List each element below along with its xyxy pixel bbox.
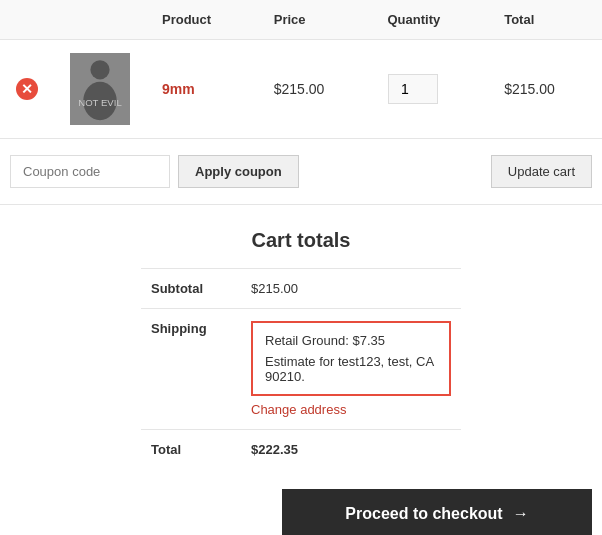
subtotal-value: $215.00 — [241, 269, 461, 309]
remove-cell: ✕ — [0, 40, 54, 139]
shipping-box: Retail Ground: $7.35 Estimate for test12… — [251, 321, 451, 396]
product-thumbnail: NOT EVIL — [70, 54, 130, 124]
remove-item-button[interactable]: ✕ — [16, 78, 38, 100]
shipping-value-cell: Retail Ground: $7.35 Estimate for test12… — [241, 309, 461, 430]
svg-point-1 — [90, 60, 109, 79]
shipping-label: Shipping — [141, 309, 241, 430]
total-value: $222.35 — [241, 430, 461, 470]
col-header-price: Price — [258, 0, 372, 40]
price-cell: $215.00 — [258, 40, 372, 139]
cart-totals-title: Cart totals — [141, 229, 461, 252]
coupon-row: Apply coupon Update cart — [0, 139, 602, 205]
shipping-row: Shipping Retail Ground: $7.35 Estimate f… — [141, 309, 461, 430]
col-header-total: Total — [488, 0, 602, 40]
table-row: ✕ NOT EVIL 9mm $215.00 $215.00 — [0, 40, 602, 139]
subtotal-row: Subtotal $215.00 — [141, 269, 461, 309]
quantity-input[interactable] — [388, 74, 438, 104]
total-label: Total — [141, 430, 241, 470]
cart-totals-wrapper: Cart totals Subtotal $215.00 Shipping Re… — [0, 205, 602, 469]
total-row: Total $222.35 — [141, 430, 461, 470]
shipping-line-1: Retail Ground: $7.35 — [265, 333, 437, 348]
checkout-button-wrapper: Proceed to checkout → — [0, 469, 602, 535]
svg-text:NOT EVIL: NOT EVIL — [78, 97, 122, 108]
coupon-input[interactable] — [10, 155, 170, 188]
checkout-arrow: → — [513, 505, 529, 523]
thumbnail-cell: NOT EVIL — [54, 40, 146, 139]
coupon-left: Apply coupon — [10, 155, 299, 188]
shipping-line-2: Estimate for test123, test, CA 90210. — [265, 354, 437, 384]
col-header-quantity: Quantity — [372, 0, 489, 40]
col-header-product: Product — [146, 0, 258, 40]
cart-table: Product Price Quantity Total ✕ NOT EVIL — [0, 0, 602, 139]
proceed-to-checkout-button[interactable]: Proceed to checkout → — [282, 489, 592, 535]
totals-table: Subtotal $215.00 Shipping Retail Ground:… — [141, 268, 461, 469]
update-cart-button[interactable]: Update cart — [491, 155, 592, 188]
product-name-cell: 9mm — [146, 40, 258, 139]
total-cell: $215.00 — [488, 40, 602, 139]
col-header-thumb — [54, 0, 146, 40]
product-name-link[interactable]: 9mm — [162, 81, 195, 97]
subtotal-label: Subtotal — [141, 269, 241, 309]
quantity-cell — [372, 40, 489, 139]
product-image: NOT EVIL — [70, 53, 130, 125]
change-address-link[interactable]: Change address — [251, 402, 451, 417]
apply-coupon-button[interactable]: Apply coupon — [178, 155, 299, 188]
cart-totals: Cart totals Subtotal $215.00 Shipping Re… — [141, 229, 461, 469]
checkout-label: Proceed to checkout — [345, 505, 502, 523]
col-header-remove — [0, 0, 54, 40]
